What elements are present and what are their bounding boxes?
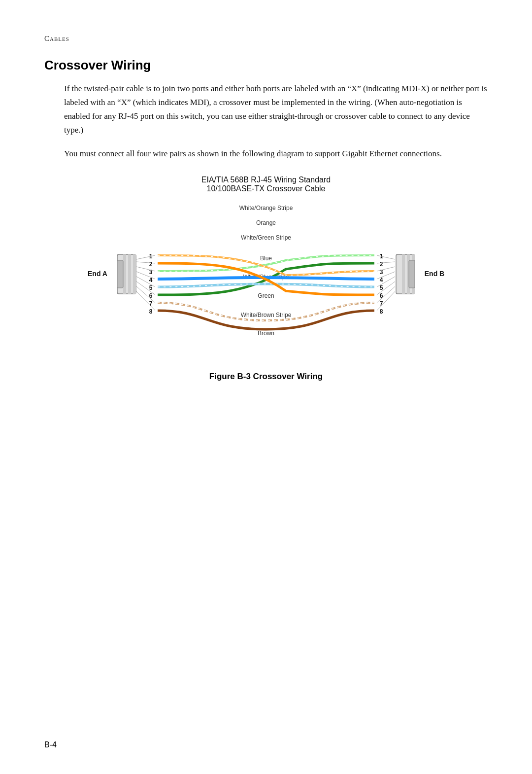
connector-b-detail1 xyxy=(402,254,405,294)
pin-left-2: 2 xyxy=(149,261,153,268)
pin-right-2: 2 xyxy=(380,261,383,268)
connector-b-plug xyxy=(409,260,415,288)
crossover-wiring-diagram: White/Orange Stripe Orange White/Green S… xyxy=(64,196,468,364)
page: Cables Crossover Wiring If the twisted-p… xyxy=(0,0,532,774)
wire-label-2: Orange xyxy=(256,219,276,226)
body-paragraph-2: You must connect all four wire pairs as … xyxy=(64,147,488,161)
section-label: Cables xyxy=(44,35,488,43)
pin-right-8: 8 xyxy=(380,308,383,315)
body-paragraph-1: If the twisted-pair cable is to join two… xyxy=(64,82,488,137)
pin-left-8: 8 xyxy=(149,308,153,315)
pin-left-6: 6 xyxy=(149,292,153,299)
end-a-label: End A xyxy=(88,270,107,278)
wire-label-4: Blue xyxy=(260,255,272,262)
diagram-area: EIA/TIA 568B RJ-45 Wiring Standard 10/10… xyxy=(44,176,488,382)
connector-a-detail2 xyxy=(128,254,131,294)
figure-caption: Figure B-3 Crossover Wiring xyxy=(44,372,488,382)
connector-a-detail1 xyxy=(123,254,126,294)
diagram-title: EIA/TIA 568B RJ-45 Wiring Standard 10/10… xyxy=(44,176,488,193)
wire-label-3: White/Green Stripe xyxy=(241,234,291,241)
page-number: B-4 xyxy=(44,740,57,749)
wire-label-1: White/Orange Stripe xyxy=(239,205,293,211)
wire-label-8: Brown xyxy=(258,330,274,337)
section-heading: Crossover Wiring xyxy=(44,58,488,73)
pin-right-5: 5 xyxy=(380,284,383,291)
pin-right-6: 6 xyxy=(380,292,383,299)
wire-label-6: Green xyxy=(258,292,274,299)
connector-a-plug xyxy=(117,260,123,288)
wire-label-7: White/Brown Stripe xyxy=(241,312,292,318)
connector-a-detail3 xyxy=(133,254,136,294)
pin-left-5: 5 xyxy=(149,284,153,291)
end-b-label: End B xyxy=(425,270,444,278)
